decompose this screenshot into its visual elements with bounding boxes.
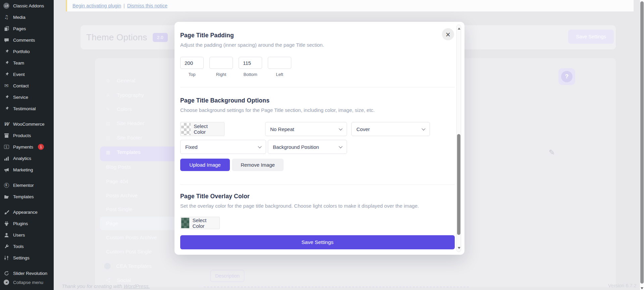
sidebar-item-label: Event: [13, 72, 25, 77]
padding-bottom-input[interactable]: [239, 57, 262, 69]
sidebar-item-label: Templates: [13, 194, 34, 199]
sidebar-item-users[interactable]: Users: [0, 229, 54, 241]
background-position-select[interactable]: Background Position: [268, 140, 347, 154]
padding-top-label: Top: [180, 72, 204, 77]
theme-nav-label: Posts Archive: [106, 193, 138, 199]
background-section-title: Page Title Background Options: [180, 97, 455, 104]
section-divider: [180, 184, 455, 185]
admin-sidebar: cA Classic Addons ♫ Media Pages Comments…: [0, 0, 54, 290]
media-icon: ♫: [3, 14, 10, 20]
padding-right-input[interactable]: [209, 57, 233, 69]
sidebar-item-pages[interactable]: Pages: [0, 23, 54, 34]
padding-right-label: Right: [209, 72, 233, 77]
notice-divider: |: [123, 3, 125, 8]
sidebar-item-settings[interactable]: Settings: [0, 252, 54, 263]
theme-nav-templates[interactable]: ▦ Templates: [105, 147, 141, 158]
wordpress-link[interactable]: WordPress.: [123, 283, 150, 289]
padding-top-field: Top: [180, 57, 204, 77]
background-size-value: Cover: [356, 126, 370, 132]
comments-icon: [3, 37, 10, 43]
sidebar-item-appearance[interactable]: Appearance: [0, 206, 54, 218]
theme-nav-custom-posts-archive[interactable]: Custom Posts Archive: [106, 232, 157, 243]
classic-addons-icon: cA: [3, 2, 10, 9]
modal-content: Page Title Padding Adjust the padding (i…: [180, 22, 455, 249]
scroll-up-arrow-icon[interactable]: [458, 28, 460, 30]
footer-thanks-text: Thank you for creating with WordPress.: [62, 283, 150, 289]
upload-image-button[interactable]: Upload Image: [180, 159, 230, 171]
sidebar-item-comments[interactable]: Comments: [0, 34, 54, 46]
padding-left-input[interactable]: [268, 57, 291, 69]
theme-nav-general[interactable]: ⚙ General: [105, 75, 135, 86]
page-scroll-down-arrow-icon[interactable]: [641, 287, 643, 289]
theme-nav-post-single[interactable]: Post Single: [106, 204, 132, 215]
sidebar-item-label: Marketing: [13, 167, 33, 172]
remove-image-button[interactable]: Remove Image: [232, 159, 284, 171]
sidebar-item-contact[interactable]: ✉ Contact: [0, 80, 54, 91]
sidebar-item-classic-addons[interactable]: cA Classic Addons: [0, 0, 54, 11]
sidebar-item-service[interactable]: Service: [0, 91, 54, 103]
sidebar-item-team[interactable]: Team: [0, 57, 54, 69]
version-badge: 2.0: [153, 33, 168, 42]
help-button[interactable]: ?: [558, 68, 575, 85]
save-settings-button-top[interactable]: Save Settings: [568, 30, 614, 44]
theme-nav-cea-templates[interactable]: CEA Templates: [104, 260, 152, 272]
theme-nav-site-footer[interactable]: ▥ Site Footer: [105, 132, 142, 143]
dismiss-notice-link[interactable]: Dismiss this notice: [127, 3, 167, 8]
scroll-down-arrow-icon[interactable]: [458, 247, 460, 249]
modal-scrollbar-thumb[interactable]: [457, 134, 460, 235]
theme-nav-posts-archive[interactable]: Posts Archive: [106, 190, 138, 201]
theme-nav-typography[interactable]: A Typography: [105, 89, 144, 101]
collapse-arrow-icon: ◀: [3, 279, 10, 286]
mail-icon: ✉: [3, 82, 10, 89]
theme-nav-page[interactable]: Page: [106, 218, 118, 229]
begin-activating-plugin-link[interactable]: Begin activating plugin: [72, 3, 121, 8]
sidebar-item-event[interactable]: Event: [0, 69, 54, 80]
sidebar-item-label: Appearance: [13, 210, 38, 215]
theme-nav-blog-posts[interactable]: Blog Posts: [106, 161, 131, 173]
theme-nav-colors[interactable]: ✎ Colors: [105, 103, 132, 115]
pages-icon: [3, 25, 10, 32]
description-button[interactable]: Description: [210, 270, 244, 282]
select-color-label: Select Color: [191, 123, 224, 135]
products-icon: [3, 132, 10, 139]
overlay-color-picker-button[interactable]: Select Color: [180, 217, 220, 229]
gear-icon: ⚙: [105, 78, 111, 83]
save-settings-button[interactable]: Save Settings: [180, 235, 455, 249]
pushpin-icon: [3, 59, 10, 66]
brush-icon: [3, 209, 10, 215]
theme-nav-page-404[interactable]: Page 404: [106, 176, 128, 187]
question-mark-icon: ?: [561, 71, 573, 82]
padding-top-input[interactable]: [180, 57, 204, 69]
sidebar-item-woocommerce[interactable]: W WooCommerce: [0, 118, 54, 130]
page-title-settings-modal: × Page Title Padding Adjust the padding …: [175, 22, 464, 255]
collapse-menu-button[interactable]: ◀ Collapse menu: [0, 277, 54, 288]
sidebar-item-portfolio[interactable]: Portfolio: [0, 46, 54, 57]
sidebar-item-media[interactable]: ♫ Media: [0, 11, 54, 23]
theme-nav-custom-post-single[interactable]: Custom Post Single: [106, 246, 152, 257]
sidebar-item-payments[interactable]: $ Payments 1: [0, 141, 54, 153]
sidebar-item-label: Testimonial: [13, 106, 36, 111]
page-scrollbar[interactable]: [640, 0, 644, 290]
sidebar-item-tools[interactable]: Tools: [0, 241, 54, 252]
background-attachment-select[interactable]: Fixed: [180, 140, 266, 154]
collapse-menu-label: Collapse menu: [13, 280, 43, 285]
sidebar-item-plugins[interactable]: Plugins: [0, 218, 54, 229]
background-repeat-select[interactable]: No Repeat: [265, 122, 347, 136]
sidebar-item-analytics[interactable]: Analytics: [0, 153, 54, 164]
sidebar-item-testimonial[interactable]: Testimonial: [0, 103, 54, 114]
sidebar-item-templates[interactable]: Templates: [0, 191, 54, 202]
theme-nav-label: Typography: [117, 92, 144, 98]
background-size-select[interactable]: Cover: [351, 122, 430, 136]
background-color-picker-button[interactable]: Select Color: [180, 122, 225, 136]
sidebar-item-label: Contact: [13, 83, 29, 88]
payments-icon: $: [3, 143, 10, 150]
background-section-description: Choose background settings for the Page …: [180, 107, 455, 113]
theme-nav-site-header[interactable]: ▤ Site Header: [105, 118, 144, 129]
theme-nav-label: Templates: [117, 149, 141, 155]
modal-scrollbar[interactable]: [456, 25, 461, 252]
page-scrollbar-thumb[interactable]: [640, 1, 644, 284]
header-icon: ▤: [105, 121, 111, 126]
sidebar-item-elementor[interactable]: E Elementor: [0, 179, 54, 191]
sidebar-item-marketing[interactable]: Marketing: [0, 164, 54, 175]
sidebar-item-products[interactable]: Products: [0, 130, 54, 141]
